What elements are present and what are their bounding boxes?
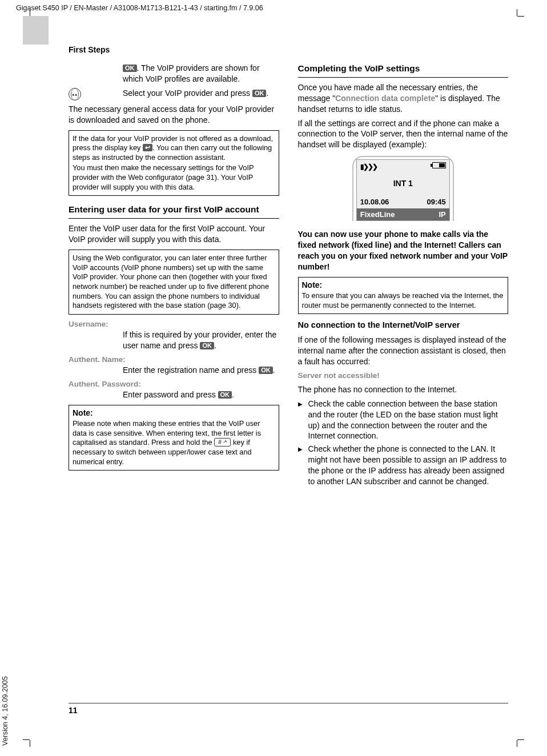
ok-key-icon: OK [200,342,214,349]
field-label: Authent. Password: [69,379,279,389]
subheading: Entering user data for your first VoIP a… [69,204,279,219]
paragraph: If one of the following messages is disp… [298,335,509,367]
paragraph: The phone has no connection to the Inter… [298,384,509,395]
text: Using the Web configurator, you can late… [73,254,275,311]
nav-key-icon: ◂ ▸ [69,88,81,100]
crop-mark [30,740,30,747]
step-select: ◂ ▸ Select your VoIP provider and press … [69,88,279,100]
screen-time: 09:45 [427,197,446,207]
paragraph: Once you have made all the necessary ent… [298,82,509,115]
left-column: OK. The VoIP providers are shown for whi… [69,63,279,489]
margin-block [23,16,49,45]
paragraph: If all the settings are correct and if t… [298,118,509,151]
note-title: Note: [302,280,505,290]
field-desc: Enter the registration name and press OK… [69,365,279,376]
footer-rule [69,703,508,703]
crop-mark [517,9,517,16]
hash-key-icon: # ·ᴬ [214,438,231,447]
right-column: Completing the VoIP settings Once you ha… [298,63,509,489]
page-number: 11 [69,705,78,716]
content-area: OK. The VoIP providers are shown for whi… [69,63,508,489]
crop-mark [23,739,30,740]
message-text: Connection data complete [335,94,435,103]
signal-icon: ▮❯❯❯ [360,162,377,171]
field-desc: Enter password and press OK. [69,389,279,400]
softkey-left: FixedLine [360,210,395,220]
subheading: Completing the VoIP settings [298,63,509,78]
field-label: Authent. Name: [69,355,279,365]
field-label: Username: [69,319,279,329]
bullet-list: Check the cable connection between the b… [298,399,509,487]
ok-key-icon: OK [252,90,267,97]
crop-mark [517,740,517,747]
softkey-right: IP [439,210,445,220]
text: Check whether the phone is connected to … [308,444,509,487]
paragraph: The necessary general access data for yo… [69,104,279,126]
info-box: Using the Web configurator, you can late… [69,250,279,315]
note-box: Note: Please note when making these entr… [69,405,279,471]
field-desc: If this is required by your provider, en… [69,329,279,351]
header-path: Gigaset S450 IP / EN-Master / A31008-M17… [16,3,263,13]
text: To ensure that you can always be reached… [302,291,505,310]
note-title: Note: [73,408,275,418]
ok-key-icon: OK [123,65,137,72]
text: Enter the registration name and press [123,365,259,375]
phone-illustration: ▮❯❯❯ INT 1 10.08.06 09:45 FixedLine IP [352,156,454,221]
error-message: Server not accessible! [298,371,509,381]
list-item: Check the cable connection between the b… [298,399,509,442]
emphasis-paragraph: You can now use your phone to make calls… [298,229,509,272]
text: Select your VoIP provider and press [123,89,252,98]
crop-mark [517,16,524,17]
back-key-icon: ↩ [143,144,152,151]
text: Check the cable connection between the b… [308,399,509,442]
ok-key-icon: OK [259,367,273,374]
crop-mark [517,739,524,740]
screen-date: 10.08.06 [360,197,389,207]
battery-icon [432,162,446,168]
text: You must then make the necessary setting… [73,163,275,192]
version-text: Version 4, 16.09.2005 [1,676,10,746]
paragraph: Enter the VoIP user data for the first V… [69,223,279,245]
ok-key-icon: OK [218,391,232,399]
step-ok: OK. The VoIP providers are shown for whi… [69,63,279,85]
phone-screen: ▮❯❯❯ INT 1 10.08.06 09:45 FixedLine IP [356,159,450,221]
handset-name: INT 1 [360,178,446,189]
info-box: If the data for your VoIP provider is no… [69,130,279,196]
section-title: First Steps [69,45,110,55]
text: . The VoIP providers are shown for which… [123,63,260,83]
subheading: No connection to the Internet/VoIP serve… [298,320,509,331]
note-box: Note: To ensure that you can always be r… [298,277,509,314]
list-item: Check whether the phone is connected to … [298,444,509,487]
text: Enter password and press [123,390,218,399]
